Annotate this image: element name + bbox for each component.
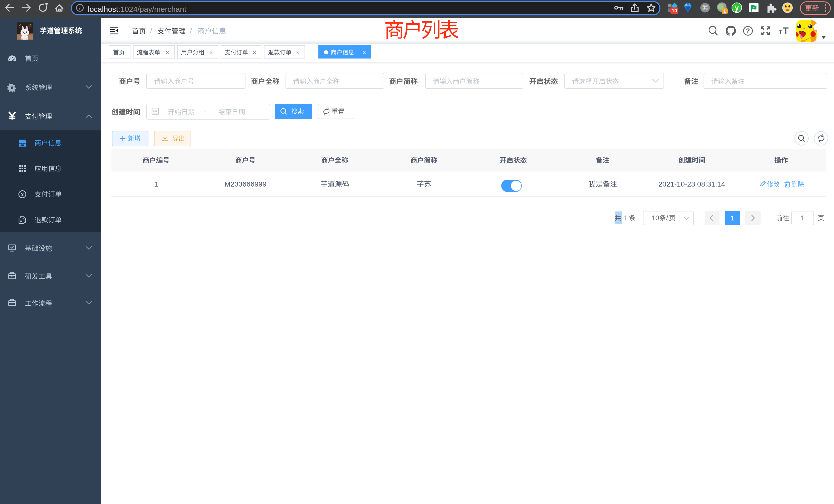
- svg-text:T: T: [783, 26, 789, 37]
- svg-text:10: 10: [652, 214, 659, 222]
- svg-text:10: 10: [672, 8, 677, 13]
- svg-text:1: 1: [623, 214, 627, 222]
- svg-text:2021-10-23 08:31:14: 2021-10-23 08:31:14: [658, 180, 725, 188]
- svg-text:1: 1: [801, 214, 805, 222]
- svg-text:1: 1: [154, 180, 158, 188]
- svg-text:1: 1: [723, 8, 726, 14]
- svg-text:?: ?: [746, 27, 750, 35]
- svg-text:y: y: [735, 4, 739, 12]
- svg-text:M233666999: M233666999: [224, 180, 266, 188]
- svg-text:1: 1: [730, 214, 734, 222]
- svg-text:-: -: [204, 107, 206, 115]
- svg-text:/: /: [150, 27, 152, 35]
- svg-text:/: /: [666, 214, 668, 222]
- svg-text:¥: ¥: [21, 192, 24, 197]
- svg-text:/: /: [190, 27, 192, 35]
- svg-text:⌘: ⌘: [702, 4, 708, 12]
- svg-text:T: T: [778, 28, 783, 36]
